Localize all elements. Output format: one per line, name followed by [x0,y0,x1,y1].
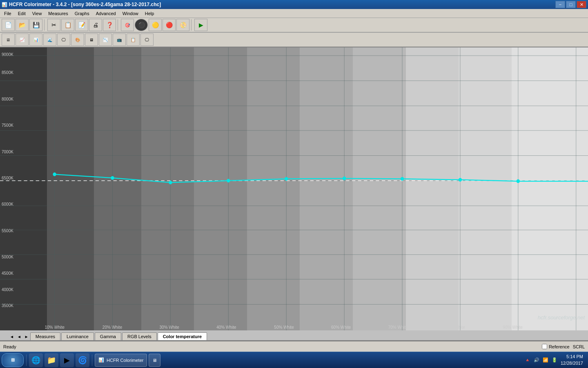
minimize-button[interactable]: − [555,1,565,8]
app-icon: 📊 [2,2,7,7]
btn-run[interactable]: ▶ [194,19,207,31]
taskbar: ⊞ 🌐 📁 ▶ 🌀 📊 HCFR Colorimeter 🖥 🔺 🔊 📶 🔋 5… [0,352,588,368]
sep-3 [191,19,193,31]
tab-nav-back1[interactable]: ◄ [8,333,16,340]
toolbar-2: 🖥 📈 📊 🌊 🖵 🎨 🖥 📉 📺 📋 🖵 [0,33,588,47]
svg-point-27 [343,177,346,180]
tab-gamma[interactable]: Gamma [95,332,121,340]
svg-point-26 [285,177,288,181]
reference-label: Reference [549,344,570,349]
menu-window[interactable]: Window [119,9,142,18]
btn-measure5[interactable]: 📀 [176,19,189,31]
graph-btn-3[interactable]: 📊 [29,34,42,46]
btn-copy[interactable]: 📋 [61,19,74,31]
tray-icon-2: 🔊 [534,357,539,363]
system-tray: 🔺 🔊 📶 🔋 5:14 PM 12/28/2017 [525,354,586,366]
svg-point-28 [401,177,404,181]
svg-point-22 [53,173,56,176]
graph-btn-11[interactable]: 🖵 [140,34,154,46]
status-bar: Ready Reference SCRL [0,341,588,352]
taskbar-explorer[interactable]: 📁 [45,353,58,367]
tray-icon-1: 🔺 [525,357,530,363]
menu-graphs[interactable]: Graphs [71,9,93,18]
taskbar-sep-2 [92,355,92,366]
sep-1 [44,19,46,31]
btn-print[interactable]: 🖨 [89,19,102,31]
tab-nav-fwd[interactable]: ► [23,333,30,340]
taskbar-app-hcfr[interactable]: 📊 HCFR Colorimeter [95,354,147,367]
start-button[interactable]: ⊞ [2,353,24,367]
btn-save[interactable]: 💾 [29,19,42,31]
graph-btn-5[interactable]: 🖵 [57,34,70,46]
menu-bar: File Edit View Measures Graphs Advanced … [0,9,588,18]
start-label: ⊞ [11,357,15,363]
clock: 5:14 PM 12/28/2017 [561,354,583,366]
menu-view[interactable]: View [29,9,45,18]
tray-icon-4: 🔋 [552,357,557,363]
taskbar-media[interactable]: ▶ [60,353,74,367]
menu-help[interactable]: Help [142,9,158,18]
graph-btn-6[interactable]: 🎨 [71,34,84,46]
status-text: Ready [3,344,16,349]
taskbar-app-folder[interactable]: 🖥 [149,354,160,367]
tab-luminance[interactable]: Luminance [61,332,94,340]
graph-btn-8[interactable]: 📉 [99,34,112,46]
scrl-indicator: SCRL [573,344,585,349]
svg-point-24 [169,181,172,184]
tray-icon-3: 📶 [543,357,548,363]
btn-measure1[interactable]: 🎯 [121,19,134,31]
graph-btn-10[interactable]: 📋 [127,34,140,46]
toolbar-1: 📄 📂 💾 ✂ 📋 📝 🖨 ❓ 🎯 ⚫ 🟡 🔴 📀 ▶ [0,18,588,33]
clock-date: 12/28/2017 [561,360,583,366]
menu-measures[interactable]: Measures [45,9,71,18]
taskbar-app-label: HCFR Colorimeter [107,358,143,363]
taskbar-folder-icon: 🖥 [152,358,157,363]
menu-edit[interactable]: Edit [15,9,29,18]
svg-point-30 [517,180,520,183]
btn-measure4[interactable]: 🔴 [163,19,176,31]
btn-open[interactable]: 📂 [16,19,29,31]
svg-point-25 [227,179,230,182]
btn-paste[interactable]: 📝 [75,19,88,31]
close-button[interactable]: ✕ [577,1,586,8]
taskbar-app-icon: 📊 [98,357,104,363]
graph-btn-4[interactable]: 🌊 [43,34,56,46]
tab-measures[interactable]: Measures [30,332,60,340]
btn-measure3[interactable]: 🟡 [149,19,162,31]
tab-color-temperature[interactable]: Color temperature [158,332,207,340]
tab-bar: ◄ ◄ ► Measures Luminance Gamma RGB Level… [0,330,588,341]
graph-btn-9[interactable]: 📺 [113,34,126,46]
chart-area: 9000K 8500K 8000K 7500K 7000K 6500K 6000… [0,47,588,330]
taskbar-ie[interactable]: 🌐 [29,353,43,367]
btn-measure2[interactable]: ⚫ [135,19,148,31]
graph-btn-1[interactable]: 🖥 [2,34,15,46]
reference-checkbox[interactable] [542,344,547,349]
taskbar-chrome[interactable]: 🌀 [76,353,89,367]
btn-new[interactable]: 📄 [2,19,15,31]
tab-nav-back2[interactable]: ◄ [16,333,23,340]
clock-time: 5:14 PM [561,354,583,360]
graph-btn-2[interactable]: 📈 [16,34,29,46]
graph-btn-7[interactable]: 🖥 [85,34,98,46]
sep-2 [118,19,119,31]
btn-help[interactable]: ❓ [103,19,116,31]
maximize-button[interactable]: □ [566,1,576,8]
chart-svg [0,47,588,330]
menu-advanced[interactable]: Advanced [93,9,119,18]
tab-rgb-levels[interactable]: RGB Levels [122,332,157,340]
taskbar-sep-1 [26,355,27,366]
menu-file[interactable]: File [1,9,15,18]
svg-point-23 [111,176,114,180]
btn-cut[interactable]: ✂ [47,19,60,31]
title-bar: 📊 HCFR Colorimeter - 3.4.2 - [sony 360es… [0,0,588,9]
window-title: HCFR Colorimeter - 3.4.2 - [sony 360es-2… [9,2,161,7]
svg-point-29 [459,178,462,182]
